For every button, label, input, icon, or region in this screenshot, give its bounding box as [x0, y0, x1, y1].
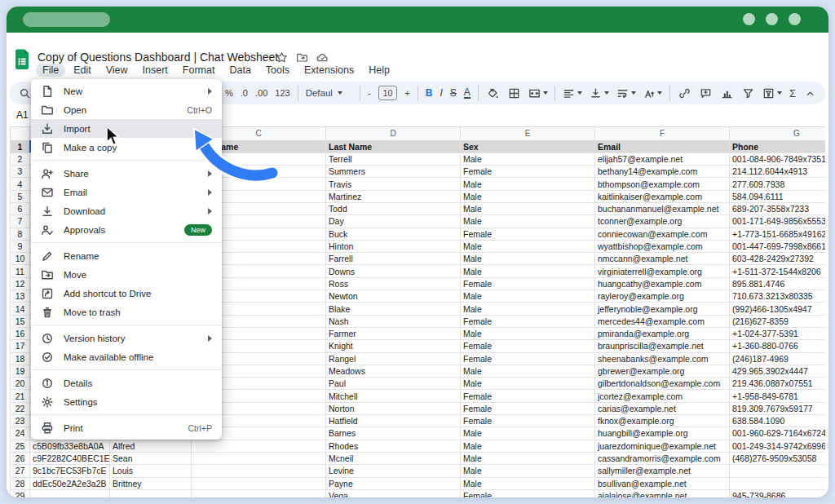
font-family-select[interactable]: Defaul — [306, 88, 352, 98]
merge-cells-icon[interactable] — [528, 85, 548, 101]
chart-icon[interactable] — [720, 85, 734, 101]
cell-F6[interactable]: buchananmanuel@example.net — [595, 202, 730, 214]
row-header-23[interactable]: 23 — [11, 415, 30, 427]
menu-item-move-to-trash[interactable]: Move to trash — [31, 303, 222, 321]
cell-G26[interactable]: (468)276-9509x53058 — [730, 452, 826, 464]
cell-D21[interactable]: Mitchell — [326, 390, 461, 402]
cell-E21[interactable]: Female — [461, 390, 595, 402]
cell-G2[interactable]: 001-084-906-7849x73518 — [730, 153, 826, 165]
grid-corner[interactable] — [11, 127, 30, 141]
document-title[interactable]: Copy of Questions Dashboard | Chat Websh… — [38, 51, 278, 64]
cell-F23[interactable]: fknox@example.org — [595, 415, 730, 427]
row-header-1[interactable]: 1 — [11, 140, 30, 153]
chevron-up-icon[interactable] — [803, 85, 817, 101]
decrease-decimal-button[interactable]: .0 — [241, 88, 248, 98]
cell-G18[interactable]: (246)187-4969 — [730, 352, 826, 365]
cell-D23[interactable]: Hatfield — [326, 415, 461, 427]
row-header-24[interactable]: 24 — [11, 427, 30, 440]
cell-E8[interactable]: Female — [461, 228, 595, 240]
cell-A27[interactable]: 9c1bc7EC53Fb7cE — [30, 465, 110, 477]
menu-item-open[interactable]: OpenCtrl+O — [31, 100, 222, 119]
cell-E18[interactable]: Female — [461, 352, 595, 365]
cell-G8[interactable]: +1-773-151-6685x49162 — [730, 228, 826, 240]
cell-E6[interactable]: Male — [461, 202, 595, 214]
name-box[interactable]: A1 — [16, 109, 29, 121]
row-header-9[interactable]: 9 — [11, 240, 30, 252]
cell-F29[interactable]: ajalajose@example.net — [595, 489, 730, 497]
cell-F1[interactable]: Email — [595, 140, 730, 153]
cell-B25[interactable]: Alfred — [110, 440, 192, 452]
menu-item-download[interactable]: Download — [31, 201, 222, 220]
window-control-dot[interactable] — [766, 13, 778, 25]
cell-D20[interactable]: Paul — [326, 378, 461, 390]
cell-G28[interactable] — [730, 477, 826, 489]
vertical-align-icon[interactable] — [590, 85, 609, 101]
cell-F28[interactable]: bsullivan@example.net — [595, 477, 730, 489]
cell-A25[interactable]: c5B09fb33e8bA0A — [30, 440, 110, 452]
menu-item-make-a-copy[interactable]: Make a copy — [31, 138, 222, 157]
cell-G15[interactable]: (216)627-8359 — [730, 315, 826, 327]
increase-decimal-button[interactable]: .00 — [255, 88, 267, 98]
cell-E20[interactable]: Male — [461, 378, 595, 390]
row-header-18[interactable]: 18 — [11, 352, 30, 365]
cell-D26[interactable]: Mcneil — [326, 452, 461, 464]
cell-G16[interactable]: +1-024-377-5391 — [730, 327, 826, 339]
cell-F7[interactable]: tconner@example.org — [595, 215, 730, 228]
cell-G1[interactable]: Phone — [730, 140, 826, 153]
row-header-10[interactable]: 10 — [11, 253, 30, 265]
cell-E26[interactable]: Male — [461, 452, 595, 464]
row-header-25[interactable]: 25 — [11, 440, 30, 452]
cell-E10[interactable]: Male — [461, 253, 595, 265]
cell-G13[interactable]: 710.673.3213x80335 — [730, 290, 826, 303]
cell-D17[interactable]: Knight — [326, 340, 461, 352]
cell-D1[interactable]: Last Name — [326, 140, 461, 153]
row-header-17[interactable]: 17 — [11, 340, 30, 352]
cell-G21[interactable]: +1-958-849-6781 — [730, 390, 826, 402]
menu-item-approvals[interactable]: ApprovalsNew — [31, 220, 222, 239]
cell-G19[interactable]: 429.965.3902x4447 — [730, 365, 826, 377]
menu-item-share[interactable]: Share — [31, 164, 222, 183]
row-header-29[interactable]: 29 — [11, 489, 30, 497]
cell-C29[interactable] — [192, 489, 326, 497]
cell-F22[interactable]: carias@example.net — [595, 402, 730, 414]
cell-F20[interactable]: gilbertdonaldson@example.com — [595, 378, 730, 390]
cell-G22[interactable]: 819.309.7679x59177 — [730, 402, 826, 414]
window-control-dot[interactable] — [789, 13, 801, 25]
cell-F8[interactable]: conniecowan@example.com — [595, 228, 730, 240]
cell-D8[interactable]: Buck — [326, 228, 461, 240]
cell-G25[interactable]: 001-249-314-9742x6996 — [730, 440, 826, 452]
window-control-dot[interactable] — [743, 13, 755, 25]
cell-C28[interactable] — [192, 477, 326, 489]
cell-F27[interactable]: sallymiller@example.net — [595, 465, 730, 477]
row-header-19[interactable]: 19 — [11, 365, 30, 377]
row-header-12[interactable]: 12 — [11, 277, 30, 290]
row-header-5[interactable]: 5 — [11, 190, 30, 202]
cell-F3[interactable]: bethany14@example.com — [595, 166, 730, 178]
menu-item-details[interactable]: Details — [31, 374, 222, 392]
cell-G14[interactable]: (992)466-1305x4947 — [730, 303, 826, 315]
cell-D7[interactable]: Day — [326, 215, 461, 228]
cell-E9[interactable]: Male — [461, 240, 595, 252]
cell-D13[interactable]: Newton — [326, 290, 461, 303]
cell-D12[interactable]: Ross — [326, 277, 461, 290]
fill-color-icon[interactable] — [486, 85, 500, 101]
link-icon[interactable] — [678, 85, 691, 101]
column-header-G[interactable]: G — [730, 127, 826, 141]
menubar-item-view[interactable]: View — [99, 64, 135, 77]
cell-F25[interactable]: juarezdominique@example.net — [595, 440, 730, 452]
cell-D10[interactable]: Farrell — [326, 253, 461, 265]
cell-D9[interactable]: Hinton — [326, 240, 461, 252]
cell-G29[interactable]: 945-739-8686 — [730, 489, 826, 497]
menu-item-make-available-offline[interactable]: Make available offline — [31, 347, 222, 366]
row-header-7[interactable]: 7 — [11, 215, 30, 228]
cell-E29[interactable]: Female — [461, 489, 595, 497]
menu-item-print[interactable]: PrintCtrl+P — [31, 418, 222, 437]
cell-D2[interactable]: Terrell — [326, 153, 461, 165]
cell-E19[interactable]: Male — [461, 365, 595, 377]
text-wrap-icon[interactable] — [616, 85, 636, 101]
cell-C25[interactable] — [192, 440, 326, 452]
cell-D5[interactable]: Martinez — [326, 190, 461, 202]
cell-E24[interactable]: Male — [461, 427, 595, 440]
cell-G27[interactable]: 4915 — [730, 465, 826, 477]
cell-A29[interactable] — [30, 489, 110, 497]
